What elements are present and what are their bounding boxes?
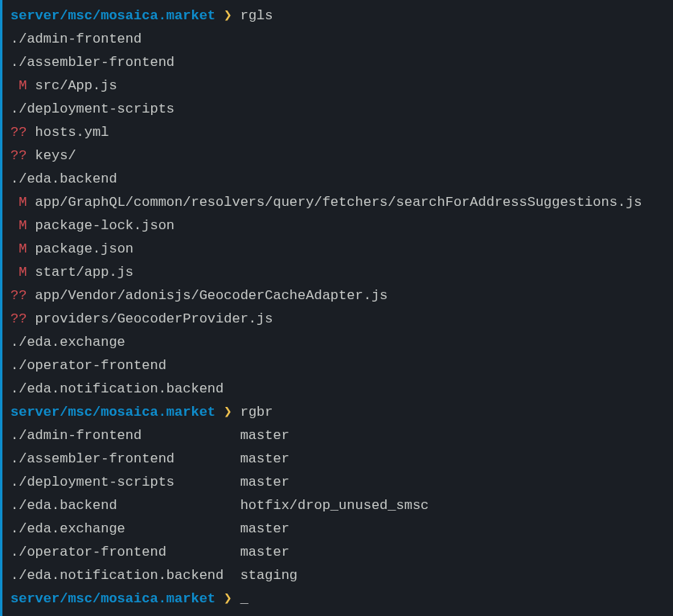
repo-path: ./assembler-frontend: [10, 451, 240, 466]
file-path: app/GraphQL/common/resolvers/query/fetch…: [35, 195, 642, 210]
untracked-file-line: ?? app/Vendor/adonisjs/GeocoderCacheAdap…: [2, 284, 673, 307]
untracked-file-line: ?? providers/GeocoderProvider.js: [2, 307, 673, 331]
cursor: _: [240, 591, 248, 606]
branch-line: ./deployment-scripts master: [2, 470, 673, 494]
repo-path: ./admin-frontend: [10, 428, 240, 443]
modified-file-line: M package-lock.json: [2, 214, 673, 237]
prompt-path: server/msc/mosaica.market: [10, 8, 215, 23]
branch-name: master: [240, 451, 289, 466]
prompt-line: server/msc/mosaica.market ❯ rgls: [2, 4, 673, 27]
branch-line: ./eda.notification.backend staging: [2, 564, 673, 587]
prompt-path: server/msc/mosaica.market: [10, 591, 215, 606]
directory-line: ./eda.exchange: [2, 331, 673, 354]
prompt-line: server/msc/mosaica.market ❯ rgbr: [2, 400, 673, 424]
prompt-arrow-icon: ❯: [215, 591, 240, 606]
command-text: rgbr: [240, 405, 273, 420]
untracked-file-line: ?? keys/: [2, 144, 673, 167]
modified-file-line: M start/app.js: [2, 261, 673, 284]
repo-path: ./eda.exchange: [10, 521, 240, 536]
directory-line: ./operator-frontend: [2, 354, 673, 377]
branch-line: ./eda.exchange master: [2, 517, 673, 540]
status-modified: M: [10, 265, 35, 280]
repo-path: ./eda.backend: [10, 498, 240, 513]
prompt-arrow-icon: ❯: [215, 405, 240, 420]
command-text: rgls: [240, 8, 273, 23]
directory-name: ./operator-frontend: [10, 358, 166, 373]
terminal-output[interactable]: server/msc/mosaica.market ❯ rgls./admin-…: [2, 4, 673, 610]
file-path: start/app.js: [35, 265, 133, 280]
branch-name: master: [240, 544, 289, 560]
directory-line: ./assembler-frontend: [2, 51, 673, 74]
modified-file-line: M app/GraphQL/common/resolvers/query/fet…: [2, 191, 673, 214]
modified-file-line: M package.json: [2, 237, 673, 261]
repo-path: ./deployment-scripts: [10, 474, 240, 490]
status-modified: M: [10, 195, 35, 210]
directory-name: ./eda.exchange: [10, 335, 125, 350]
file-path: hosts.yml: [35, 125, 109, 140]
branch-line: ./eda.backend hotfix/drop_unused_smsc: [2, 494, 673, 517]
directory-line: ./eda.notification.backend: [2, 377, 673, 400]
directory-line: ./admin-frontend: [2, 27, 673, 51]
branch-line: ./admin-frontend master: [2, 424, 673, 447]
file-path: keys/: [35, 148, 76, 163]
status-modified: M: [10, 241, 35, 257]
file-path: package.json: [35, 241, 133, 257]
branch-line: ./assembler-frontend master: [2, 447, 673, 470]
file-path: src/App.js: [35, 78, 117, 93]
file-path: providers/GeocoderProvider.js: [35, 311, 273, 326]
status-untracked: ??: [10, 125, 35, 140]
file-path: package-lock.json: [35, 218, 174, 233]
file-path: app/Vendor/adonisjs/GeocoderCacheAdapter…: [35, 288, 388, 303]
status-untracked: ??: [10, 311, 35, 326]
status-modified: M: [10, 218, 35, 233]
modified-file-line: M src/App.js: [2, 74, 673, 97]
directory-name: ./assembler-frontend: [10, 55, 174, 70]
directory-line: ./eda.backend: [2, 167, 673, 191]
branch-line: ./operator-frontend master: [2, 540, 673, 564]
branch-name: master: [240, 521, 289, 536]
repo-path: ./eda.notification.backend: [10, 568, 240, 583]
branch-name: staging: [240, 568, 298, 583]
directory-line: ./deployment-scripts: [2, 97, 673, 121]
prompt-arrow-icon: ❯: [215, 8, 240, 23]
directory-name: ./deployment-scripts: [10, 101, 174, 117]
prompt-line: server/msc/mosaica.market ❯ _: [2, 587, 673, 610]
status-untracked: ??: [10, 288, 35, 303]
directory-name: ./eda.notification.backend: [10, 381, 224, 396]
directory-name: ./admin-frontend: [10, 31, 142, 47]
status-modified: M: [10, 78, 35, 93]
status-untracked: ??: [10, 148, 35, 163]
prompt-path: server/msc/mosaica.market: [10, 405, 215, 420]
branch-name: hotfix/drop_unused_smsc: [240, 498, 429, 513]
branch-name: master: [240, 474, 289, 490]
directory-name: ./eda.backend: [10, 171, 117, 187]
branch-name: master: [240, 428, 289, 443]
untracked-file-line: ?? hosts.yml: [2, 121, 673, 144]
repo-path: ./operator-frontend: [10, 544, 240, 560]
